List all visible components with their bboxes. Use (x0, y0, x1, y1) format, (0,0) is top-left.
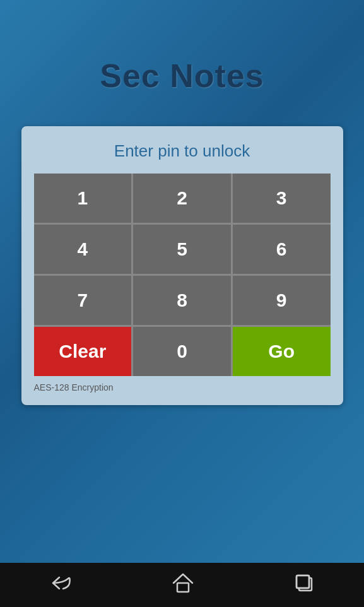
recents-button[interactable] (294, 573, 314, 598)
keypad: 1 2 3 4 5 6 7 8 9 Clear 0 Go (34, 174, 331, 376)
key-9[interactable]: 9 (233, 276, 331, 325)
key-5[interactable]: 5 (133, 225, 231, 274)
clear-button[interactable]: Clear (34, 327, 132, 376)
nav-bar (0, 563, 364, 607)
back-icon (50, 575, 72, 591)
svg-rect-2 (296, 575, 309, 588)
key-6[interactable]: 6 (233, 225, 331, 274)
key-1[interactable]: 1 (34, 174, 132, 223)
key-8[interactable]: 8 (133, 276, 231, 325)
pin-prompt: Enter pin to unlock (34, 141, 331, 161)
svg-rect-0 (177, 583, 189, 592)
key-7[interactable]: 7 (34, 276, 132, 325)
key-2[interactable]: 2 (133, 174, 231, 223)
pin-card: Enter pin to unlock 1 2 3 4 5 6 7 8 9 Cl… (21, 126, 343, 405)
key-3[interactable]: 3 (233, 174, 331, 223)
key-4[interactable]: 4 (34, 225, 132, 274)
recents-icon (294, 573, 314, 593)
go-button[interactable]: Go (233, 327, 331, 376)
back-button[interactable] (50, 575, 72, 596)
app-title: Sec Notes (100, 57, 264, 95)
encryption-label: AES-128 Encryption (34, 382, 331, 392)
key-0[interactable]: 0 (133, 327, 231, 376)
home-icon (172, 573, 194, 593)
home-button[interactable] (172, 573, 194, 598)
